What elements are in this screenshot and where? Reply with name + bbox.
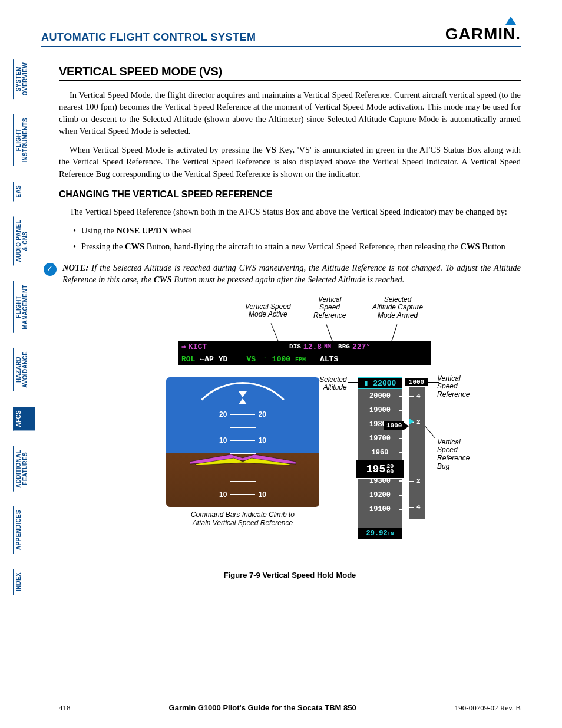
alt-tape-row: 19700 bbox=[358, 431, 402, 446]
sidebar-nav: SYSTEMOVERVIEWFLIGHTINSTRUMENTSEASAUDIO … bbox=[13, 59, 35, 595]
command-bars-icon bbox=[190, 452, 296, 459]
leader-line bbox=[427, 382, 439, 383]
figure-7-9: Vertical SpeedMode Active VerticalSpeedR… bbox=[59, 299, 521, 579]
alt-tape-row: 20000 bbox=[358, 389, 402, 403]
sidebar-tab[interactable]: HAZARDAVOIDANCE bbox=[13, 348, 35, 391]
vsi-pointer: 1000 bbox=[384, 421, 405, 430]
note-icon bbox=[44, 263, 57, 276]
alt-tape-row: 19900 bbox=[358, 403, 402, 417]
sidebar-tab[interactable]: ADDITIONALFEATURES bbox=[13, 446, 35, 492]
bullet-list: Using the NOSE UP/DN Wheel Pressing the … bbox=[73, 225, 521, 252]
page-header: AUTOMATIC FLIGHT CONTROL SYSTEM GARMIN. bbox=[41, 25, 521, 47]
selected-altitude-box: ▮ 22000 bbox=[358, 377, 402, 389]
garmin-logo: GARMIN. bbox=[445, 25, 521, 44]
callout-alts-armed: SelectedAltitude CaptureMode Armed bbox=[372, 296, 423, 320]
sidebar-tab[interactable]: FLIGHTMANAGEMENT bbox=[13, 281, 35, 333]
heading-changing-vs-ref: CHANGING THE VERTICAL SPEED REFERENCE bbox=[59, 189, 521, 200]
logo-triangle-icon bbox=[505, 17, 516, 25]
sidebar-tab[interactable]: APPENDICES bbox=[13, 506, 35, 554]
paragraph-3: The Vertical Speed Reference (shown both… bbox=[59, 206, 521, 218]
sidebar-tab[interactable]: INDEX bbox=[13, 569, 35, 595]
alt-tape-row: 19200 bbox=[358, 488, 402, 502]
vsi-bug-icon bbox=[409, 419, 414, 424]
sidebar-tab[interactable]: EAS bbox=[13, 182, 35, 201]
attitude-indicator: 2020 1010 1010 bbox=[166, 377, 319, 507]
page-number: 418 bbox=[59, 703, 71, 713]
figure-caption: Figure 7-9 Vertical Speed Hold Mode bbox=[59, 571, 521, 579]
section-title: AUTOMATIC FLIGHT CONTROL SYSTEM bbox=[41, 31, 256, 44]
callout-vs-ref-right: VerticalSpeedReference bbox=[437, 375, 470, 399]
bullet-nose-updn: Using the NOSE UP/DN Wheel bbox=[73, 225, 521, 236]
callout-vs-reference: VerticalSpeedReference bbox=[313, 296, 346, 320]
sidebar-tab[interactable]: AUDIO PANEL& CNS bbox=[13, 216, 35, 265]
altitude-readout: 195 2000 bbox=[355, 460, 405, 479]
callout-command-bars: Command Bars Indicate Climb toAttain Ver… bbox=[166, 510, 319, 528]
alt-tape-row: 19100 bbox=[358, 502, 402, 516]
page-footer: 418 Garmin G1000 Pilot's Guide for the S… bbox=[59, 703, 521, 713]
afcs-status-bar: ⇒ KICT DIS 12.8NM BRG 227° ROL ←AP YD VS… bbox=[178, 341, 431, 365]
callout-vs-ref-bug: VerticalSpeedReferenceBug bbox=[437, 439, 470, 471]
bullet-cws: Pressing the CWS Button, hand-flying the… bbox=[73, 241, 521, 252]
diagram: Vertical SpeedMode Active VerticalSpeedR… bbox=[125, 299, 455, 565]
sidebar-tab[interactable]: AFCS bbox=[13, 407, 35, 430]
callout-selected-alt: SelectedAltitude bbox=[319, 376, 347, 393]
sidebar-tab[interactable]: FLIGHTINSTRUMENTS bbox=[13, 114, 35, 166]
altitude-tape: ▮ 22000 20000199001980019700196019400193… bbox=[358, 377, 402, 539]
vsi-scale: 4 2 2 4 1000 bbox=[409, 387, 425, 519]
sidebar-tab[interactable]: SYSTEMOVERVIEW bbox=[13, 59, 35, 99]
note-block: NOTE: If the Selected Altitude is reache… bbox=[44, 262, 521, 291]
vsi-reference-box: 1000 bbox=[405, 377, 428, 387]
callout-vs-mode-active: Vertical SpeedMode Active bbox=[245, 303, 291, 319]
alt-tape-row: 1960 bbox=[358, 446, 402, 460]
afcs-bottom-row: ROL ←AP YD VS ↑1000FPM ALTS bbox=[178, 353, 431, 365]
baro-setting: 29.92IN bbox=[358, 528, 402, 539]
paragraph-2: When Vertical Speed Mode is activated by… bbox=[59, 144, 521, 180]
main-content: VERTICAL SPEED MODE (VS) In Vertical Spe… bbox=[59, 65, 521, 579]
heading-vs-mode: VERTICAL SPEED MODE (VS) bbox=[59, 65, 521, 81]
paragraph-1: In Vertical Speed Mode, the flight direc… bbox=[59, 89, 521, 137]
afcs-top-row: ⇒ KICT DIS 12.8NM BRG 227° bbox=[178, 341, 431, 353]
vertical-speed-indicator: 1000 4 2 2 4 1000 bbox=[405, 377, 428, 525]
note-text: NOTE: If the Selected Altitude is reache… bbox=[62, 262, 521, 291]
footer-revision: 190-00709-02 Rev. B bbox=[455, 703, 521, 713]
footer-title: Garmin G1000 Pilot's Guide for the Socat… bbox=[169, 703, 356, 713]
